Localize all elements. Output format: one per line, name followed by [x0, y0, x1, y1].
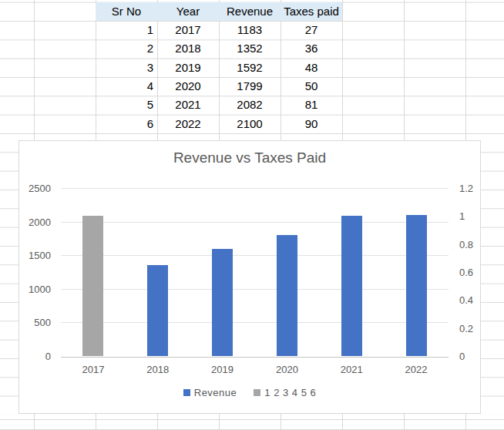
table-cell[interactable]: 50: [281, 77, 342, 96]
x-axis-label-2017: 2017: [70, 364, 116, 375]
table-cell[interactable]: 2082: [219, 96, 281, 114]
bar-Revenue-2022[interactable]: [406, 215, 427, 356]
bar-123456-2017[interactable]: [82, 216, 103, 356]
x-axis-label-2021: 2021: [328, 364, 375, 375]
grid-row-line: [0, 419, 504, 420]
header-cell-year[interactable]: Year: [157, 2, 219, 21]
table-cell[interactable]: 2: [96, 39, 157, 58]
left-axis-tick: 1500: [29, 250, 51, 261]
chart-legend: Revenue1 2 3 4 5 6: [19, 387, 480, 398]
table-row: 12017118327: [96, 21, 342, 39]
right-axis-tick: 0: [459, 351, 465, 362]
table-body: 1201711832722018135236320191592484202017…: [96, 21, 342, 133]
x-axis-label-2018: 2018: [135, 364, 181, 375]
header-cell-taxes-paid[interactable]: Taxes paid: [281, 2, 342, 21]
x-axis-label-2020: 2020: [264, 364, 310, 375]
table-row: 22018135236: [96, 39, 342, 58]
table-cell[interactable]: 2018: [157, 39, 219, 58]
table-cell[interactable]: 1592: [219, 59, 281, 77]
gridline: [61, 289, 449, 290]
bar-Revenue-2021[interactable]: [341, 216, 362, 356]
left-axis-tick: 1000: [29, 284, 51, 295]
table-row: 52021208281: [96, 96, 342, 114]
table-header-row: Sr NoYearRevenueTaxes paid: [96, 2, 342, 21]
table-row: 32019159248: [96, 59, 342, 77]
header-cell-sr-no[interactable]: Sr No: [96, 2, 157, 21]
legend-label: Revenue: [194, 387, 237, 398]
data-table: Sr NoYearRevenueTaxes paid 1201711832722…: [96, 2, 342, 133]
table-cell[interactable]: 3: [96, 59, 157, 77]
table-cell[interactable]: 1: [96, 21, 157, 39]
table-cell[interactable]: 2100: [219, 115, 281, 133]
x-axis-label-2019: 2019: [200, 364, 246, 375]
table-cell[interactable]: 6: [96, 115, 157, 133]
left-axis-labels: 05001000150020002500: [19, 189, 51, 357]
legend-item[interactable]: Revenue: [183, 387, 237, 398]
left-axis-tick: 0: [45, 351, 51, 362]
table-cell[interactable]: 36: [281, 39, 342, 58]
table-cell[interactable]: 2021: [157, 96, 219, 114]
bar-Revenue-2019[interactable]: [212, 249, 233, 356]
x-axis-line: [61, 357, 449, 358]
table-row: 62022210090: [96, 115, 342, 133]
right-axis-tick: 1: [459, 210, 465, 222]
right-axis-tick: 1.2: [459, 183, 473, 194]
left-axis-tick: 500: [34, 317, 51, 328]
legend-label: 1 2 3 4 5 6: [264, 387, 316, 398]
legend-item[interactable]: 1 2 3 4 5 6: [254, 387, 316, 398]
table-cell[interactable]: 2020: [157, 77, 219, 96]
plot-area: [61, 189, 449, 357]
table-cell[interactable]: 1799: [219, 77, 281, 96]
table-cell[interactable]: 90: [281, 115, 342, 133]
gridline: [61, 255, 449, 256]
left-axis-tick: 2000: [29, 217, 51, 228]
header-cell-revenue[interactable]: Revenue: [219, 2, 281, 21]
right-axis-tick: 0.2: [459, 323, 473, 334]
table-cell[interactable]: 2019: [157, 59, 219, 77]
legend-swatch: [254, 389, 260, 396]
right-axis-labels: 00.20.40.60.811.2: [459, 189, 481, 357]
right-axis-tick: 0.8: [459, 239, 473, 250]
gridline: [61, 222, 449, 223]
gridline: [61, 322, 449, 323]
chart-title: Revenue vs Taxes Paid: [19, 149, 480, 166]
legend-swatch: [183, 389, 190, 396]
x-axis-label-2022: 2022: [393, 364, 439, 375]
table-cell[interactable]: 1352: [219, 39, 281, 58]
table-cell[interactable]: 48: [281, 59, 342, 77]
bar-Revenue-2018[interactable]: [147, 265, 168, 356]
right-axis-tick: 0.6: [459, 267, 473, 278]
table-cell[interactable]: 4: [96, 77, 157, 96]
table-cell[interactable]: 1183: [219, 21, 281, 39]
x-axis-labels: 201720182019202020212022: [61, 364, 449, 378]
gridline: [61, 188, 449, 189]
table-cell[interactable]: 2017: [157, 21, 219, 39]
table-cell[interactable]: 27: [281, 21, 342, 39]
bar-Revenue-2020[interactable]: [277, 235, 297, 356]
table-row: 42020179950: [96, 77, 342, 96]
chart[interactable]: Revenue vs Taxes Paid 050010001500200025…: [18, 140, 481, 414]
table-cell[interactable]: 81: [281, 96, 342, 114]
right-axis-tick: 0.4: [459, 294, 473, 306]
table-cell[interactable]: 5: [96, 96, 157, 114]
left-axis-tick: 2500: [29, 183, 51, 194]
table-cell[interactable]: 2022: [157, 115, 219, 133]
